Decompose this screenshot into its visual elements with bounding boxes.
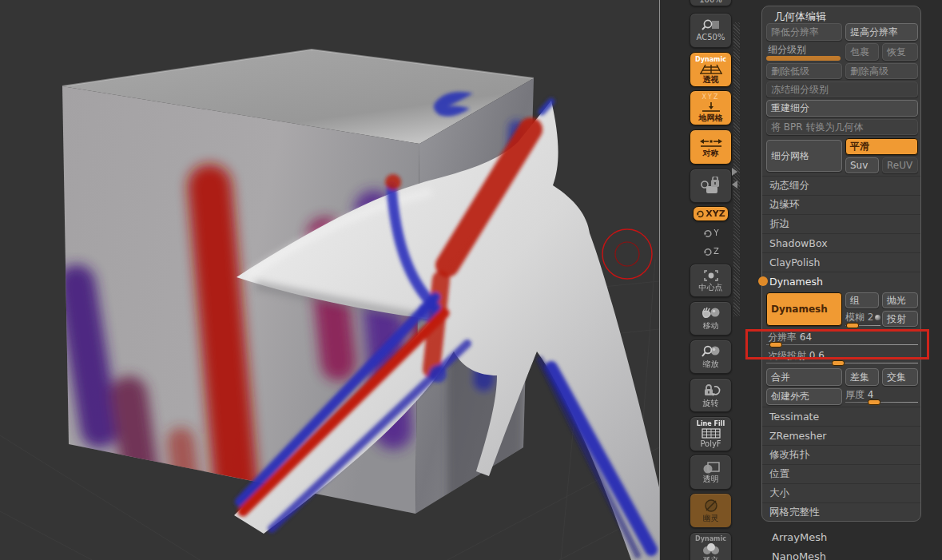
- solo-spheres-icon: [702, 543, 721, 555]
- bpr-to-geo-button[interactable]: 将 BPR 转换为几何体: [766, 119, 918, 135]
- subprojection-handle[interactable]: [832, 360, 845, 366]
- section-label: ClayPolish: [769, 256, 820, 268]
- perspective-badge: Dynamic: [695, 56, 726, 63]
- dynamesh-group-button[interactable]: 组: [845, 292, 879, 308]
- dynamesh-project-button[interactable]: 投射: [882, 311, 918, 327]
- section-position[interactable]: 位置: [762, 464, 920, 483]
- section-dynamesh-header[interactable]: Dynamesh: [762, 272, 920, 291]
- subprojection-slider[interactable]: 次级投射 0.6: [766, 349, 918, 367]
- thickness-handle[interactable]: [868, 399, 880, 405]
- thickness-slider[interactable]: 厚度 4: [845, 388, 918, 406]
- create-shell-button[interactable]: 创建外壳: [766, 388, 842, 405]
- perspective-label: 透视: [703, 75, 719, 84]
- floor-grid-button[interactable]: XYZ 地网格: [690, 90, 732, 125]
- lower-res-button[interactable]: 降低分辨率: [766, 23, 842, 41]
- section-zremesher[interactable]: ZRemesher: [762, 426, 920, 445]
- transparent-label: 透明: [703, 475, 719, 483]
- wrap-button[interactable]: 包裹: [845, 43, 879, 61]
- symmetry-arrows-icon: [699, 137, 723, 148]
- smooth-toggle-button[interactable]: 平滑: [845, 138, 918, 155]
- polyframe-label: PolyF: [700, 439, 721, 448]
- reuv-button[interactable]: ReUV: [882, 157, 918, 173]
- center-point-icon: [702, 269, 720, 282]
- perspective-button[interactable]: Dynamic 透视: [690, 52, 732, 87]
- freeze-sdiv-button[interactable]: 冻结细分级别: [766, 81, 918, 97]
- subpalette-arraymesh[interactable]: ArrayMesh: [772, 531, 827, 543]
- section-mesh-integrity[interactable]: 网格完整性: [762, 502, 920, 522]
- sdiv-level-slider[interactable]: 细分级别: [766, 43, 842, 61]
- rotate-lock-label: 旋转: [703, 399, 719, 407]
- zbrush-window: 100% AC50% Dynamic 透视 XYZ: [0, 0, 942, 560]
- scale-label: 缩放: [703, 359, 719, 368]
- shelf-expand-right-arrow-icon[interactable]: [732, 168, 737, 176]
- boolean-add-button[interactable]: 合并: [766, 368, 842, 386]
- higher-res-button[interactable]: 提高分辨率: [845, 23, 918, 41]
- reconstruct-sdiv-button[interactable]: 重建细分: [766, 100, 918, 117]
- shelf-expand-left-arrow-icon[interactable]: [732, 181, 737, 189]
- nanomesh-label: NanoMesh: [772, 550, 826, 560]
- subpalette-nanomesh[interactable]: NanoMesh: [772, 550, 826, 560]
- resolution-slider[interactable]: 分辨率 64: [766, 331, 918, 348]
- smooth-label: 平滑: [850, 140, 869, 153]
- thickness-track[interactable]: [845, 402, 918, 403]
- divide-label: 细分网格: [771, 149, 809, 163]
- section-label: 网格完整性: [769, 506, 820, 519]
- section-shadowbox[interactable]: ShadowBox: [762, 233, 920, 252]
- actual-size-button[interactable]: AC50%: [690, 13, 732, 48]
- create-shell-label: 创建外壳: [771, 390, 809, 403]
- lower-res-label: 降低分辨率: [771, 26, 819, 39]
- solo-label: 孤立: [703, 556, 719, 560]
- ghost-button[interactable]: 幽灵: [690, 493, 732, 528]
- solo-button[interactable]: Dynamic 孤立: [690, 532, 732, 560]
- blur-label: 模糊: [845, 312, 864, 323]
- actual-size-label: AC50%: [697, 33, 725, 42]
- reconstruct-sdiv-label: 重建细分: [771, 101, 809, 115]
- move-button[interactable]: 移动: [690, 301, 732, 336]
- move-label: 移动: [703, 321, 719, 330]
- symmetry-button[interactable]: 对称: [690, 129, 732, 165]
- section-crease[interactable]: 折边: [762, 214, 920, 233]
- section-claypolish[interactable]: ClayPolish: [762, 252, 920, 272]
- sdiv-level-bar[interactable]: [766, 56, 841, 61]
- boolean-and-button[interactable]: 交集: [882, 368, 918, 386]
- section-edgeloop[interactable]: 边缘环: [762, 195, 920, 214]
- blur-value: 2: [868, 312, 874, 323]
- rotate-arrow-icon: [703, 247, 713, 256]
- del-higher-button[interactable]: 删除高级: [845, 63, 918, 79]
- rotate-lock-button[interactable]: 旋转: [690, 378, 732, 412]
- rotate-arrow-icon: [703, 228, 713, 238]
- scale-button[interactable]: 缩放: [690, 340, 732, 374]
- section-tessimate[interactable]: Tessimate: [762, 407, 920, 426]
- polyframe-badge: Line Fill: [697, 420, 725, 427]
- viewport-3d[interactable]: [0, 0, 660, 560]
- section-size[interactable]: 大小: [762, 483, 920, 502]
- resolution-handle[interactable]: [769, 342, 782, 348]
- polyframe-button[interactable]: Line Fill PolyF: [690, 416, 732, 451]
- sdiv-level-label: 细分级别: [768, 43, 806, 57]
- boolean-sub-button[interactable]: 差集: [845, 368, 879, 386]
- magnifier-scale-icon: [701, 345, 721, 359]
- section-dynamic-subdiv[interactable]: 动态细分: [762, 176, 920, 195]
- suv-button[interactable]: Suv: [845, 157, 879, 173]
- transparent-button[interactable]: 透明: [690, 455, 732, 490]
- del-lower-label: 删除低级: [771, 65, 809, 78]
- rotate-xyz-button[interactable]: XYZ: [693, 206, 729, 221]
- resolution-track[interactable]: [766, 344, 918, 345]
- freeze-sdiv-label: 冻结细分级别: [771, 83, 829, 97]
- thickness-label: 厚度: [845, 389, 864, 400]
- dynamesh-polish-button[interactable]: 抛光: [882, 292, 918, 308]
- center-point-button[interactable]: 中心点: [690, 264, 732, 297]
- rotate-y-button[interactable]: Y: [697, 224, 725, 241]
- divide-button[interactable]: 细分网格: [766, 140, 842, 172]
- lock-rotate-icon: [701, 383, 721, 398]
- rotate-z-button[interactable]: Z: [697, 243, 725, 260]
- del-lower-button[interactable]: 删除低级: [766, 63, 842, 79]
- blur-handle[interactable]: [846, 323, 859, 328]
- dynamesh-button[interactable]: Dynamesh: [766, 292, 842, 326]
- restore-label: 恢复: [887, 46, 906, 59]
- zoom-100-button[interactable]: 100%: [690, 0, 732, 6]
- camera-lock-button[interactable]: [690, 169, 732, 203]
- restore-button[interactable]: 恢复: [882, 43, 918, 61]
- dynamesh-blur-slider[interactable]: 模糊 2: [845, 311, 879, 328]
- section-edit-topology[interactable]: 修改拓扑: [762, 445, 920, 464]
